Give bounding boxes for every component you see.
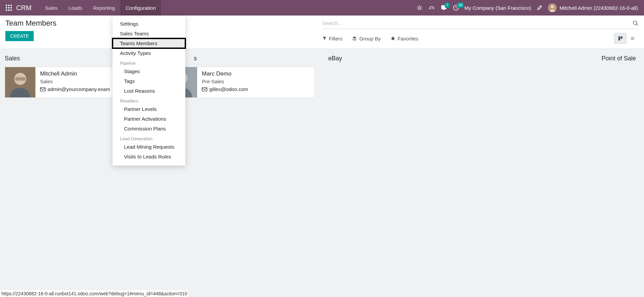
card-name: Mitchell Admin — [40, 70, 110, 77]
layers-icon — [352, 36, 357, 41]
svg-rect-1 — [8, 5, 9, 6]
group-by-button[interactable]: Group By — [352, 36, 380, 41]
svg-rect-22 — [202, 87, 207, 91]
user-name: Mitchell Admin (22430682-16-0-all) — [559, 5, 638, 11]
card-email[interactable]: gilles@odoo.com — [202, 86, 248, 92]
menu-header-pipeline: Pipeline — [113, 58, 185, 66]
apps-icon[interactable] — [5, 4, 13, 12]
kanban-icon — [618, 36, 623, 41]
mail-icon — [40, 87, 45, 91]
svg-rect-5 — [10, 7, 12, 8]
svg-point-12 — [551, 5, 554, 8]
kanban-card[interactable]: Marc Demo Pre-Sales gilles@odoo.com — [166, 67, 315, 98]
svg-rect-6 — [6, 9, 7, 11]
kanban-view-button[interactable] — [614, 33, 626, 44]
svg-rect-7 — [8, 9, 9, 11]
menu-tags[interactable]: Tags — [113, 76, 185, 86]
support-icon[interactable] — [428, 4, 435, 11]
svg-rect-14 — [618, 36, 620, 40]
main-navbar: CRM Sales Leads Reporting Configuration … — [0, 0, 644, 16]
configuration-dropdown: Settings Sales Teams Teams Members Activ… — [113, 16, 185, 166]
svg-rect-19 — [40, 87, 45, 91]
kanban-column-pos: Point of Sale — [602, 53, 636, 98]
app-brand[interactable]: CRM — [16, 4, 32, 12]
svg-point-13 — [633, 21, 637, 25]
menu-stages[interactable]: Stages — [113, 66, 185, 76]
nav-right: 7 38 My Company (San Francisco) Mitchell… — [416, 3, 641, 12]
star-icon — [390, 36, 396, 41]
search-icon[interactable] — [633, 20, 639, 26]
nav-configuration[interactable]: Configuration — [120, 0, 161, 16]
svg-rect-0 — [6, 5, 7, 6]
activities-badge: 38 — [457, 3, 464, 8]
menu-partner-activations[interactable]: Partner Activations — [113, 114, 185, 124]
kanban-column-ebay: eBay — [328, 53, 342, 98]
menu-commission-plans[interactable]: Commission Plans — [113, 124, 185, 133]
list-view-button[interactable] — [626, 33, 639, 44]
messages-icon[interactable]: 7 — [440, 4, 448, 11]
company-switcher[interactable]: My Company (San Francisco) — [464, 5, 531, 11]
nav-sales[interactable]: Sales — [40, 0, 63, 16]
mail-icon — [202, 87, 207, 91]
menu-activity-types[interactable]: Activity Types — [113, 48, 185, 58]
debug-icon[interactable] — [416, 4, 423, 11]
column-title[interactable]: Point of Sale — [602, 55, 636, 62]
svg-rect-3 — [6, 7, 7, 8]
menu-settings[interactable]: Settings — [113, 19, 185, 29]
svg-point-9 — [418, 7, 421, 9]
create-button[interactable]: CREATE — [5, 31, 34, 41]
card-avatar — [5, 67, 35, 97]
menu-lost-reasons[interactable]: Lost Reasons — [113, 86, 185, 96]
menu-sales-teams[interactable]: Sales Teams — [113, 29, 185, 38]
kanban-view: Sales Mitchell Admin Sales admin@yourcom… — [0, 49, 644, 98]
card-name: Marc Demo — [202, 70, 248, 77]
search-bar[interactable] — [322, 19, 639, 29]
menu-header-resellers: Resellers — [113, 96, 185, 104]
menu-header-leadgen: Lead Generation — [113, 133, 185, 142]
user-menu[interactable]: Mitchell Admin (22430682-16-0-all) — [548, 3, 638, 12]
list-icon — [630, 36, 636, 41]
svg-rect-4 — [8, 7, 9, 8]
nav-menu: Sales Leads Reporting Configuration — [40, 0, 161, 16]
tools-icon[interactable] — [536, 4, 543, 11]
user-avatar-icon — [548, 3, 557, 12]
menu-lead-mining[interactable]: Lead Mining Requests — [113, 142, 185, 152]
svg-rect-18 — [15, 77, 25, 81]
status-url: https://22430682-16-0-all.runbot141.odoo… — [0, 290, 188, 297]
column-title[interactable]: eBay — [328, 55, 342, 62]
menu-partner-levels[interactable]: Partner Levels — [113, 104, 185, 114]
card-role: Sales — [40, 79, 110, 84]
messages-badge: 7 — [445, 3, 450, 8]
svg-rect-2 — [10, 5, 12, 6]
filter-icon — [322, 36, 327, 41]
activities-icon[interactable]: 38 — [452, 4, 460, 11]
control-panel: Team Members CREATE Filters Group By Fav… — [0, 16, 644, 49]
svg-rect-8 — [10, 9, 12, 11]
nav-reporting[interactable]: Reporting — [88, 0, 120, 16]
card-role: Pre-Sales — [202, 79, 248, 84]
favorites-button[interactable]: Favorites — [390, 36, 419, 41]
search-input[interactable] — [322, 19, 633, 27]
svg-rect-15 — [621, 36, 622, 39]
menu-visits-rules[interactable]: Visits to Leads Rules — [113, 152, 185, 161]
filters-button[interactable]: Filters — [322, 36, 343, 41]
card-email[interactable]: admin@yourcompany.exam — [40, 86, 110, 92]
nav-leads[interactable]: Leads — [63, 0, 88, 16]
menu-teams-members[interactable]: Teams Members — [113, 38, 185, 48]
